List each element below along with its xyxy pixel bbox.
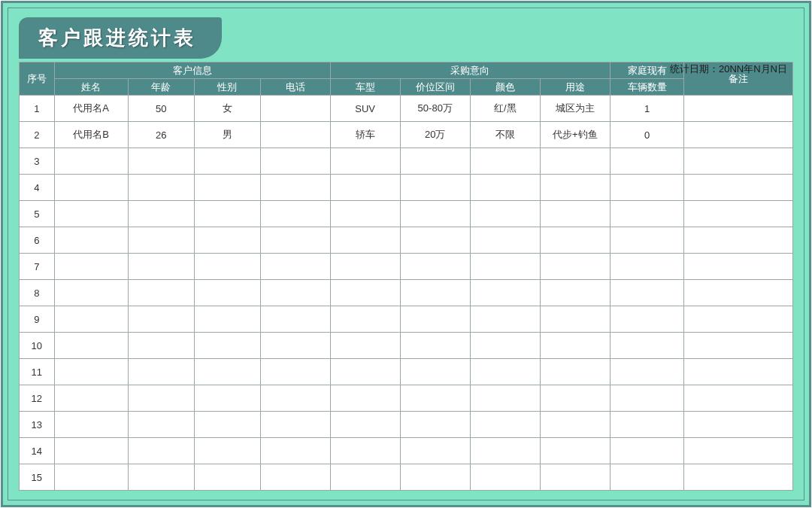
customer-table: 序号 客户信息 采购意向 家庭现有 备注 姓名 年龄 性别 电话 车型 价位区间… [19,62,793,491]
cell-name: 代用名A [54,96,128,122]
cell-owned [610,254,683,280]
cell-note [684,227,793,254]
cell-age [128,333,194,359]
cell-price [400,412,470,438]
cell-owned [610,385,683,412]
cell-name [54,306,128,333]
cell-color [470,148,540,175]
cell-gender [194,148,260,175]
cell-note [684,333,793,359]
cell-price [400,201,470,227]
cell-gender: 女 [194,96,260,122]
cell-gender [194,464,260,491]
header-owned-sub: 车辆数量 [610,79,683,96]
cell-color [470,412,540,438]
cell-name [54,412,128,438]
header-name: 姓名 [54,79,128,96]
table-row: 13 [20,412,793,438]
cell-model [330,175,400,201]
cell-gender [194,227,260,254]
cell-age [128,306,194,333]
cell-gender: 男 [194,122,260,148]
table-row: 15 [20,464,793,491]
cell-note [684,201,793,227]
cell-owned: 0 [610,122,683,148]
cell-model: SUV [330,96,400,122]
cell-name [54,254,128,280]
table-row: 12 [20,385,793,412]
cell-model [330,359,400,385]
cell-model [330,385,400,412]
cell-phone [260,333,330,359]
cell-note [684,359,793,385]
table-row: 3 [20,148,793,175]
cell-gender [194,306,260,333]
cell-price [400,359,470,385]
cell-model [330,254,400,280]
cell-phone [260,201,330,227]
header-usage: 用途 [540,79,610,96]
cell-color [470,464,540,491]
cell-seq: 1 [20,96,55,122]
cell-color [470,438,540,464]
cell-price [400,175,470,201]
cell-phone [260,280,330,306]
cell-name [54,280,128,306]
cell-phone [260,122,330,148]
cell-usage: 城区为主 [540,96,610,122]
cell-gender [194,175,260,201]
cell-phone [260,175,330,201]
cell-name [54,148,128,175]
cell-usage [540,254,610,280]
header-phone: 电话 [260,79,330,96]
cell-name [54,227,128,254]
cell-gender [194,280,260,306]
cell-color [470,359,540,385]
cell-owned [610,333,683,359]
table-row: 8 [20,280,793,306]
statistic-date: 统计日期：20NN年N月N日 [670,62,787,76]
cell-gender [194,254,260,280]
cell-model [330,306,400,333]
cell-age [128,227,194,254]
cell-phone [260,96,330,122]
cell-usage [540,385,610,412]
cell-seq: 6 [20,227,55,254]
cell-gender [194,201,260,227]
cell-seq: 5 [20,201,55,227]
cell-seq: 4 [20,175,55,201]
header-seq: 序号 [20,62,55,96]
table-row: 6 [20,227,793,254]
cell-note [684,175,793,201]
cell-name [54,333,128,359]
cell-price: 20万 [400,122,470,148]
cell-phone [260,306,330,333]
page-title: 客户跟进统计表 [19,17,222,59]
header-purchase-intent: 采购意向 [330,62,610,79]
cell-color [470,175,540,201]
cell-usage [540,359,610,385]
cell-model [330,148,400,175]
cell-seq: 8 [20,280,55,306]
table-row: 1代用名A50女SUV50-80万红/黑城区为主1 [20,96,793,122]
cell-note [684,122,793,148]
cell-seq: 9 [20,306,55,333]
header-gender: 性别 [194,79,260,96]
cell-usage [540,201,610,227]
cell-price [400,333,470,359]
cell-name [54,385,128,412]
cell-gender [194,412,260,438]
table-body: 1代用名A50女SUV50-80万红/黑城区为主12代用名B26男轿车20万不限… [20,96,793,491]
cell-color: 红/黑 [470,96,540,122]
cell-gender [194,333,260,359]
cell-usage [540,333,610,359]
cell-seq: 12 [20,385,55,412]
table-row: 14 [20,438,793,464]
cell-price [400,227,470,254]
header-customer-info: 客户信息 [54,62,330,79]
cell-gender [194,359,260,385]
cell-usage [540,227,610,254]
outer-border: 客户跟进统计表 统计日期：20NN年N月N日 序号 客户信息 采购意向 家庭现有… [1,1,811,507]
cell-seq: 11 [20,359,55,385]
cell-name [54,201,128,227]
